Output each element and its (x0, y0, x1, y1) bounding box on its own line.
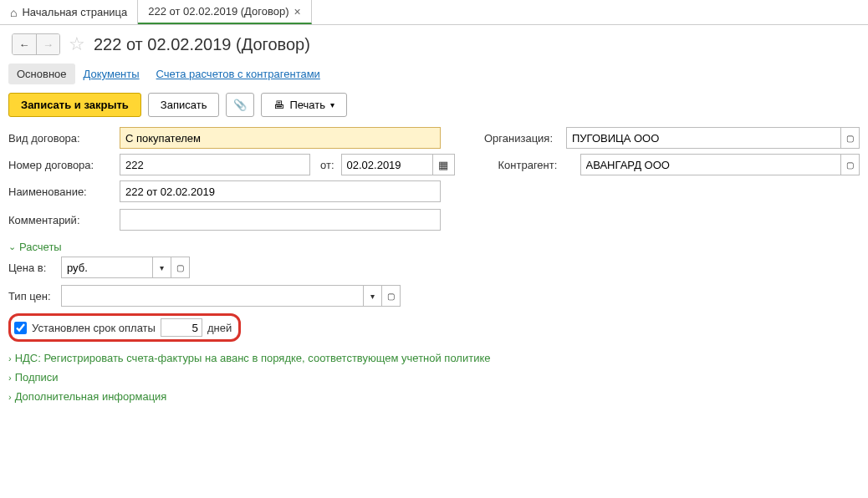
payment-due-unit: дней (207, 322, 232, 334)
payment-due-label: Установлен срок оплаты (32, 322, 156, 334)
tab-home[interactable]: ⌂ Начальная страница (0, 0, 138, 24)
chevron-right-icon: › (8, 373, 12, 383)
subnav-documents[interactable]: Документы (75, 64, 148, 84)
open-icon: ▢ (387, 292, 395, 301)
paperclip-icon: 📎 (233, 99, 247, 111)
section-signatures[interactable]: › Подписи (8, 368, 860, 387)
arrow-left-icon: ← (19, 38, 30, 51)
currency-dropdown-button[interactable]: ▾ (153, 257, 171, 278)
nav-forward-button[interactable]: → (36, 34, 59, 54)
name-label: Наименование: (8, 185, 113, 198)
organization-open-button[interactable]: ▢ (841, 127, 860, 149)
from-label: от: (320, 159, 334, 171)
comment-input[interactable] (120, 209, 441, 231)
chevron-right-icon: › (8, 353, 12, 363)
subnav-main[interactable]: Основное (8, 64, 75, 84)
counterparty-input[interactable] (580, 154, 841, 175)
contract-number-input[interactable] (120, 154, 310, 175)
price-type-label: Тип цен: (8, 290, 54, 302)
save-and-close-button[interactable]: Записать и закрыть (8, 93, 141, 117)
chevron-right-icon: › (8, 392, 12, 402)
page-title: 222 от 02.02.2019 (Договор) (94, 35, 310, 54)
arrow-right-icon: → (43, 38, 54, 51)
price-type-dropdown-button[interactable]: ▾ (364, 285, 382, 307)
contract-date-input[interactable] (341, 154, 433, 175)
chevron-down-icon: ⌄ (8, 241, 16, 252)
currency-input[interactable] (61, 257, 153, 278)
open-icon: ▢ (846, 160, 854, 170)
contract-kind-input[interactable] (120, 127, 441, 149)
section-vat[interactable]: › НДС: Регистрировать счета-фактуры на а… (8, 348, 860, 368)
counterparty-open-button[interactable]: ▢ (841, 154, 860, 175)
chevron-down-icon: ▾ (160, 263, 164, 272)
printer-icon: 🖶 (273, 99, 284, 111)
section-additional-info[interactable]: › Дополнительная информация (8, 387, 860, 406)
price-type-input[interactable] (61, 285, 364, 307)
date-picker-button[interactable]: ▦ (433, 154, 455, 175)
payment-due-days-input[interactable] (161, 318, 202, 337)
chevron-down-icon: ▾ (370, 292, 375, 301)
section-calculations[interactable]: ⌄ Расчеты (8, 237, 860, 257)
payment-due-checkbox[interactable] (14, 322, 27, 334)
price-in-label: Цена в: (8, 262, 54, 274)
counterparty-label: Контрагент: (498, 159, 574, 171)
comment-label: Комментарий: (8, 214, 113, 226)
tab-contract[interactable]: 222 от 02.02.2019 (Договор) × (138, 0, 311, 24)
organization-label: Организация: (484, 132, 559, 145)
open-icon: ▢ (846, 134, 854, 143)
chevron-down-icon: ▾ (330, 100, 334, 109)
favorite-star-icon[interactable]: ☆ (69, 33, 85, 55)
contract-number-label: Номер договора: (8, 159, 113, 171)
payment-due-highlight: Установлен срок оплаты дней (8, 313, 241, 342)
contract-kind-label: Вид договора: (8, 132, 113, 145)
calendar-icon: ▦ (438, 159, 448, 171)
organization-input[interactable] (566, 127, 841, 149)
print-button[interactable]: 🖶 Печать ▾ (261, 93, 347, 117)
nav-back-button[interactable]: ← (13, 34, 36, 54)
tab-contract-label: 222 от 02.02.2019 (Договор) (148, 5, 288, 18)
tab-home-label: Начальная страница (22, 6, 127, 18)
subnav-accounts[interactable]: Счета расчетов с контрагентами (148, 64, 329, 84)
open-icon: ▢ (176, 263, 184, 272)
home-icon: ⌂ (10, 6, 17, 19)
price-type-open-button[interactable]: ▢ (382, 285, 401, 307)
close-icon[interactable]: × (294, 5, 301, 18)
currency-open-button[interactable]: ▢ (171, 257, 190, 278)
name-input[interactable] (120, 180, 441, 202)
attach-button[interactable]: 📎 (226, 93, 254, 117)
save-button[interactable]: Записать (148, 93, 220, 117)
